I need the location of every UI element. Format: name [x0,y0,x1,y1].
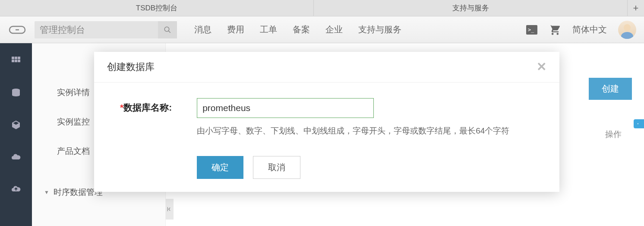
sidebar-apps[interactable] [10,55,22,67]
search-input[interactable] [35,21,158,38]
search-icon [164,26,171,34]
nav-support[interactable]: 支持与服务 [358,24,401,35]
main-sidebar [0,43,32,226]
label-text: 数据库名称: [123,102,172,112]
db-name-input[interactable] [197,98,374,118]
svg-point-2 [164,27,169,32]
svg-rect-8 [18,57,20,59]
operations-column-header: 操作 [605,129,622,140]
sidebar-collapse-toggle[interactable] [166,199,174,220]
nav-icp[interactable]: 备案 [293,24,310,35]
terminal-icon[interactable]: >_ [526,25,538,35]
sidebar-cloud-upload[interactable] [10,183,22,194]
database-icon [11,88,21,98]
language-selector[interactable]: 简体中文 [572,24,607,35]
create-database-modal: 创建数据库 ✕ *数据库名称: 由小写字母、数字、下划线、中划线组成，字母开头，… [94,52,559,192]
db-name-hint: 由小写字母、数字、下划线、中划线组成，字母开头，字母或数字结尾，最长64个字符 [197,124,516,138]
create-button[interactable]: 创建 [589,78,632,100]
nav-billing[interactable]: 费用 [227,24,244,35]
tab-add-button[interactable]: + [628,0,644,16]
header-bar: 消息 费用 工单 备案 企业 支持与服务 >_ 简体中文 [0,16,644,43]
cloud-icon [11,152,21,162]
header-right: >_ 简体中文 [526,21,636,39]
sidebar-database[interactable] [10,87,22,99]
nav-messages[interactable]: 消息 [194,24,212,35]
collapse-icon [167,206,173,212]
nav-links: 消息 费用 工单 备案 企业 支持与服务 [194,24,401,35]
avatar[interactable] [618,21,636,39]
cart-icon[interactable] [549,25,561,35]
tab-tsdb-console[interactable]: TSDB控制台 [0,0,314,16]
feedback-side-tab[interactable]: 咨询·建议 [634,119,644,128]
sidebar-cube[interactable] [10,119,22,131]
modal-body: *数据库名称: 由小写字母、数字、下划线、中划线组成，字母开头，字母或数字结尾，… [94,83,559,192]
svg-rect-7 [15,57,17,59]
close-icon[interactable]: ✕ [537,61,546,73]
search-container [35,21,177,38]
form-row-dbname: *数据库名称: 由小写字母、数字、下划线、中划线组成，字母开头，字母或数字结尾，… [120,98,542,179]
cube-icon [11,120,21,130]
svg-rect-6 [12,57,14,59]
modal-title: 创建数据库 [107,60,155,73]
sidebar-cloud[interactable] [10,151,22,162]
modal-actions: 确定 取消 [197,156,542,179]
svg-rect-11 [18,60,20,62]
svg-text:>_: >_ [528,27,534,33]
confirm-button[interactable]: 确定 [197,156,243,179]
required-mark: * [120,102,123,112]
svg-rect-9 [12,60,14,62]
nav-tickets[interactable]: 工单 [260,24,277,35]
form-control-wrap: 由小写字母、数字、下划线、中划线组成，字母开头，字母或数字结尾，最长64个字符 … [197,98,542,179]
chevron-down-icon: ▼ [44,189,49,195]
search-button[interactable] [158,21,177,38]
db-name-label: *数据库名称: [120,98,172,114]
modal-header: 创建数据库 ✕ [94,52,559,83]
brand-logo-icon[interactable] [8,23,27,36]
svg-line-3 [168,31,170,33]
tab-support-service[interactable]: 支持与服务 [314,0,628,16]
grid-icon [11,56,21,66]
svg-rect-10 [15,60,17,62]
nav-enterprise[interactable]: 企业 [325,24,343,35]
cloud-upload-icon [11,184,21,194]
cancel-button[interactable]: 取消 [253,156,300,179]
browser-tabs-bar: TSDB控制台 支持与服务 + [0,0,644,16]
